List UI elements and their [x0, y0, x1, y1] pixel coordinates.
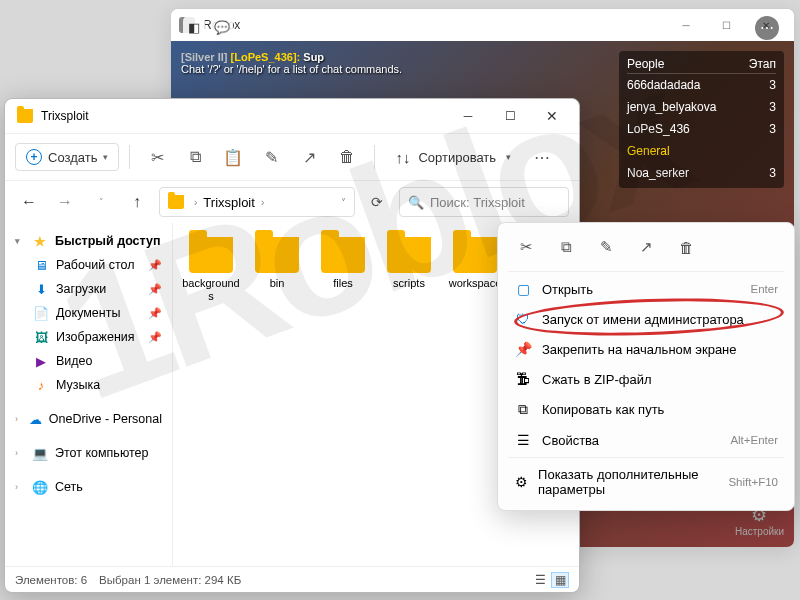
- delete-icon[interactable]: 🗑: [672, 233, 700, 261]
- cut-icon[interactable]: ✂: [512, 233, 540, 261]
- ctx-open[interactable]: ▢ОткрытьEnter: [504, 274, 788, 304]
- sidebar-network[interactable]: ›🌐Сеть: [5, 475, 172, 499]
- videos-icon: ▶: [33, 353, 49, 369]
- sidebar-desktop[interactable]: 🖥Рабочий стол📌: [5, 253, 172, 277]
- up-one-level-button[interactable]: ↑: [123, 188, 151, 216]
- forward-button[interactable]: →: [51, 188, 79, 216]
- rename-icon[interactable]: ✎: [254, 140, 288, 174]
- player-row[interactable]: Noa_serker3: [627, 162, 776, 184]
- rename-icon[interactable]: ✎: [592, 233, 620, 261]
- sidebar-documents[interactable]: 📄Документы📌: [5, 301, 172, 325]
- folder-item[interactable]: backgrounds: [179, 233, 243, 306]
- context-menu: ✂ ⧉ ✎ ↗ 🗑 ▢ОткрытьEnter 🛡Запуск от имени…: [497, 222, 795, 511]
- up-button[interactable]: ˅: [87, 188, 115, 216]
- back-button[interactable]: ←: [15, 188, 43, 216]
- sidebar-music[interactable]: ♪Музыка: [5, 373, 172, 397]
- delete-icon[interactable]: 🗑: [330, 140, 364, 174]
- chevron-right-icon[interactable]: ›: [15, 482, 25, 492]
- chevron-icon[interactable]: ›: [190, 197, 201, 208]
- chevron-down-icon[interactable]: ˅: [337, 197, 350, 208]
- ctx-pin-start[interactable]: 📌Закрепить на начальном экране: [504, 334, 788, 364]
- more-icon[interactable]: ⋯: [525, 140, 559, 174]
- player-list[interactable]: People Этап 666dadadada3 jenya_belyakova…: [619, 51, 784, 188]
- sidebar-label: Быстрый доступ: [55, 234, 161, 248]
- player-row[interactable]: jenya_belyakova3: [627, 96, 776, 118]
- share-icon[interactable]: ↗: [292, 140, 326, 174]
- cloud-icon: ☁: [29, 411, 42, 427]
- pin-icon: 📌: [148, 259, 162, 272]
- refresh-button[interactable]: ⟳: [363, 188, 391, 216]
- breadcrumb[interactable]: › Trixsploit › ˅: [159, 187, 355, 217]
- chat-overlay: [Silver II] [LoPeS_436]: Sup Chat '/?' o…: [181, 51, 402, 75]
- maximize-button[interactable]: ☐: [706, 11, 746, 39]
- sidebar-quick-access[interactable]: ▾★Быстрый доступ: [5, 229, 172, 253]
- folder-icon: [17, 109, 33, 123]
- separator: [508, 457, 784, 458]
- search-input[interactable]: 🔍 Поиск: Trixsploit: [399, 187, 569, 217]
- sidebar-videos[interactable]: ▶Видео: [5, 349, 172, 373]
- breadcrumb-folder[interactable]: Trixsploit: [203, 195, 255, 210]
- maximize-button[interactable]: ☐: [489, 102, 531, 130]
- icons-view-button[interactable]: ▦: [551, 572, 569, 588]
- ctx-label: Запуск от имени администратора: [542, 312, 744, 327]
- network-icon: 🌐: [32, 479, 48, 495]
- ctx-properties[interactable]: ☰СвойстваAlt+Enter: [504, 425, 788, 455]
- shortcut-label: Alt+Enter: [730, 434, 778, 446]
- copy-icon[interactable]: ⧉: [552, 233, 580, 261]
- paste-icon[interactable]: 📋: [216, 140, 250, 174]
- sidebar-pictures[interactable]: 🖼Изображения📌: [5, 325, 172, 349]
- folder-icon: [168, 195, 184, 209]
- ctx-label: Закрепить на начальном экране: [542, 342, 737, 357]
- chevron-right-icon[interactable]: ›: [15, 414, 22, 424]
- folder-icon: [387, 237, 431, 273]
- minimize-button[interactable]: ─: [447, 102, 489, 130]
- sidebar-label: OneDrive - Personal: [49, 412, 162, 426]
- player-row[interactable]: 666dadadada3: [627, 74, 776, 96]
- share-icon[interactable]: ↗: [632, 233, 660, 261]
- ctx-label: Показать дополнительные параметры: [538, 467, 718, 497]
- chat-message: Sup: [303, 51, 324, 63]
- chat-rank: [Silver II]: [181, 51, 227, 63]
- file-label: workspace: [449, 277, 502, 290]
- search-placeholder: Поиск: Trixsploit: [430, 195, 525, 210]
- player-stage: 3: [769, 166, 776, 180]
- sidebar-downloads[interactable]: ⬇Загрузки📌: [5, 277, 172, 301]
- folder-item[interactable]: scripts: [377, 233, 441, 306]
- chat-help-text: Chat '/?' or '/help' for a list of chat …: [181, 63, 402, 75]
- sidebar-onedrive[interactable]: ›☁OneDrive - Personal: [5, 407, 172, 431]
- game-menu-icon[interactable]: ⋯: [755, 16, 779, 40]
- folder-item[interactable]: bin: [245, 233, 309, 306]
- ctx-copy-path[interactable]: ⧉Копировать как путь: [504, 394, 788, 425]
- zip-icon: 🗜: [514, 371, 532, 387]
- pin-icon: 📌: [514, 341, 532, 357]
- folder-icon: [321, 237, 365, 273]
- chat-icon[interactable]: 💬: [211, 16, 233, 38]
- chevron-icon[interactable]: ›: [257, 197, 268, 208]
- details-view-button[interactable]: ☰: [531, 572, 549, 588]
- player-name: 666dadadada: [627, 78, 700, 92]
- sort-button[interactable]: ↑↓ Сортировать ▾: [385, 143, 521, 172]
- ctx-run-as-admin[interactable]: 🛡Запуск от имени администратора: [504, 304, 788, 334]
- chevron-down-icon: ▾: [506, 152, 511, 162]
- player-col-stage: Этап: [749, 57, 776, 71]
- explorer-titlebar[interactable]: Trixsploit ─ ☐ ✕: [5, 99, 579, 133]
- sidebar-label: Видео: [56, 354, 93, 368]
- chevron-down-icon[interactable]: ▾: [15, 236, 25, 246]
- roblox-menu-icon[interactable]: ◧: [183, 16, 205, 38]
- chevron-right-icon[interactable]: ›: [15, 448, 25, 458]
- plus-icon: +: [26, 149, 42, 165]
- player-row[interactable]: LoPeS_4363: [627, 118, 776, 140]
- folder-icon: [255, 237, 299, 273]
- downloads-icon: ⬇: [33, 281, 49, 297]
- ctx-compress-zip[interactable]: 🗜Сжать в ZIP-файл: [504, 364, 788, 394]
- cut-icon[interactable]: ✂: [140, 140, 174, 174]
- new-button[interactable]: + Создать ▾: [15, 143, 119, 171]
- minimize-button[interactable]: ─: [666, 11, 706, 39]
- separator: [129, 145, 130, 169]
- copy-icon[interactable]: ⧉: [178, 140, 212, 174]
- ctx-show-more[interactable]: ⚙Показать дополнительные параметрыShift+…: [504, 460, 788, 504]
- sidebar-this-pc[interactable]: ›💻Этот компьютер: [5, 441, 172, 465]
- player-stage: 3: [769, 100, 776, 114]
- folder-item[interactable]: files: [311, 233, 375, 306]
- close-button[interactable]: ✕: [531, 102, 573, 130]
